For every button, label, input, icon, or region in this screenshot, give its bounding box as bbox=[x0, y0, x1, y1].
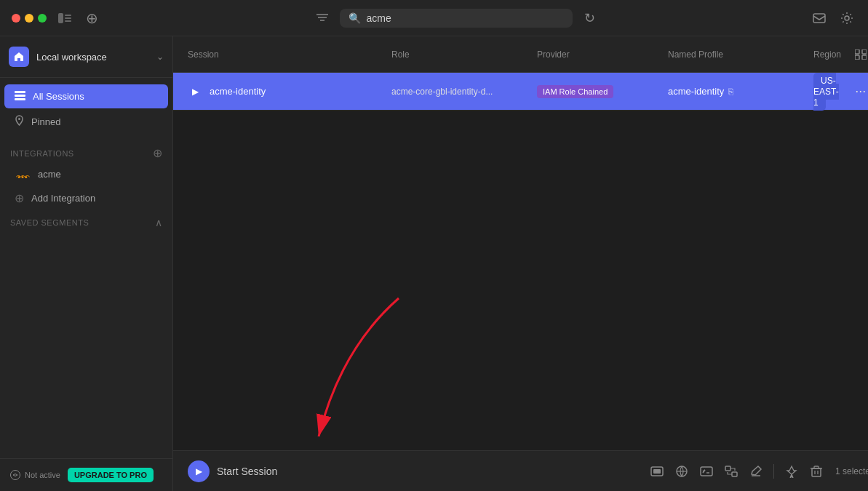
workspace-header[interactable]: Local workspace ⌄ bbox=[0, 36, 172, 78]
content-area: Session Role Provider Named Profile Regi… bbox=[173, 36, 868, 491]
svg-rect-14 bbox=[862, 49, 867, 54]
named-profile-cell: acme-identity ⎘ bbox=[668, 86, 813, 97]
svg-rect-7 bbox=[813, 14, 825, 23]
chevron-down-icon: ⌄ bbox=[156, 52, 164, 62]
search-bar: 🔍 bbox=[340, 9, 573, 28]
terminal-button[interactable] bbox=[696, 461, 717, 482]
more-actions-cell: ··· bbox=[846, 84, 868, 99]
sidebar-nav: All Sessions Pinned bbox=[0, 78, 172, 140]
pin-button[interactable] bbox=[781, 461, 802, 482]
workspace-name: Local workspace bbox=[36, 52, 149, 63]
svg-point-12 bbox=[18, 118, 20, 120]
titlebar: ⊕ 🔍 ↻ bbox=[0, 0, 868, 36]
svg-point-8 bbox=[845, 16, 849, 20]
sidebar-bottom: Not active UPGRADE TO PRO bbox=[0, 458, 172, 491]
sidebar-toggle-button[interactable] bbox=[55, 10, 74, 26]
svg-rect-24 bbox=[725, 466, 730, 471]
integration-name: acme bbox=[38, 169, 61, 180]
svg-rect-13 bbox=[855, 49, 859, 54]
col-header-actions bbox=[846, 49, 868, 60]
svg-rect-16 bbox=[862, 55, 867, 60]
copy-icon[interactable]: ⎘ bbox=[728, 87, 733, 97]
sidebar-item-pinned[interactable]: Pinned bbox=[4, 109, 168, 134]
svg-rect-11 bbox=[15, 98, 25, 100]
table-header: Session Role Provider Named Profile Regi… bbox=[173, 36, 868, 73]
traffic-lights bbox=[12, 14, 47, 23]
session-name: acme-identity bbox=[210, 86, 266, 97]
svg-rect-25 bbox=[732, 472, 737, 476]
session-cell: ▶ acme-identity bbox=[188, 84, 391, 99]
sidebar-item-all-sessions[interactable]: All Sessions bbox=[4, 84, 168, 108]
selected-count-label: 1 selected bbox=[835, 466, 868, 476]
add-integration-plus-icon: ⊕ bbox=[15, 191, 24, 205]
filter-button[interactable] bbox=[314, 11, 331, 25]
workspace-icon bbox=[9, 47, 29, 67]
start-session-play-button[interactable]: ▶ bbox=[188, 460, 210, 482]
sidebar: Local workspace ⌄ All Sessions bbox=[0, 36, 173, 491]
all-sessions-icon bbox=[15, 90, 25, 103]
provider-cell: IAM Role Chained bbox=[537, 85, 668, 98]
not-active-label: Not active bbox=[25, 471, 60, 479]
add-integration-item[interactable]: ⊕ Add Integration bbox=[4, 186, 168, 210]
add-integration-label: Add Integration bbox=[31, 193, 95, 204]
svg-rect-2 bbox=[65, 17, 71, 19]
integrations-section-header: Integrations ⊕ bbox=[0, 140, 172, 163]
add-integration-icon-button[interactable]: ⊕ bbox=[153, 146, 162, 160]
new-tab-button[interactable]: ⊕ bbox=[83, 7, 101, 30]
table-row[interactable]: ▶ acme-identity acme-core-gbl-identity-d… bbox=[173, 73, 868, 111]
start-session-label: Start Session bbox=[217, 466, 277, 477]
aws-logo-icon bbox=[15, 169, 31, 180]
col-header-named-profile: Named Profile bbox=[668, 49, 813, 60]
svg-rect-0 bbox=[58, 13, 63, 23]
action-divider bbox=[773, 464, 774, 479]
close-button[interactable] bbox=[12, 14, 20, 23]
delete-button[interactable] bbox=[806, 461, 827, 482]
region-badge: US-EAST-1 bbox=[813, 73, 839, 111]
col-header-session: Session bbox=[188, 49, 391, 60]
svg-rect-3 bbox=[65, 20, 71, 22]
maximize-button[interactable] bbox=[38, 14, 47, 23]
bottom-bar: ▶ Start Session bbox=[173, 450, 868, 491]
svg-rect-22 bbox=[701, 467, 712, 476]
web-console-button[interactable] bbox=[672, 461, 692, 482]
col-header-region: Region bbox=[813, 49, 846, 60]
saved-segments-header: Saved segments ∧ bbox=[0, 211, 172, 231]
not-active-status: Not active bbox=[10, 470, 60, 480]
upgrade-to-pro-button[interactable]: UPGRADE TO PRO bbox=[68, 468, 154, 482]
search-input[interactable] bbox=[367, 12, 564, 24]
table-body: ▶ acme-identity acme-core-gbl-identity-d… bbox=[173, 73, 868, 450]
all-sessions-label: All Sessions bbox=[33, 91, 84, 102]
pinned-label: Pinned bbox=[31, 116, 60, 127]
status-dot-icon bbox=[10, 470, 20, 480]
provider-badge: IAM Role Chained bbox=[537, 85, 613, 98]
svg-rect-9 bbox=[15, 91, 25, 93]
refresh-button[interactable]: ↻ bbox=[581, 7, 598, 29]
minimize-button[interactable] bbox=[25, 14, 33, 23]
col-header-role: Role bbox=[391, 49, 537, 60]
svg-rect-19 bbox=[653, 469, 661, 474]
integration-acme[interactable]: acme bbox=[4, 164, 168, 185]
settings-button[interactable] bbox=[837, 9, 856, 28]
col-header-provider: Provider bbox=[537, 49, 668, 60]
saved-segments-collapse-icon[interactable]: ∧ bbox=[155, 217, 163, 228]
search-icon: 🔍 bbox=[349, 12, 361, 24]
bottom-actions bbox=[647, 461, 827, 482]
edit-button[interactable] bbox=[746, 461, 766, 482]
role-cell: acme-core-gbl-identity-d... bbox=[391, 87, 537, 97]
play-session-button[interactable]: ▶ bbox=[188, 84, 202, 99]
svg-rect-15 bbox=[855, 55, 859, 60]
notifications-button[interactable] bbox=[810, 9, 829, 28]
row-more-button[interactable]: ··· bbox=[852, 84, 868, 99]
saved-segments-label: Saved segments bbox=[10, 218, 89, 227]
region-cell: US-EAST-1 bbox=[813, 75, 846, 108]
pin-icon bbox=[15, 115, 24, 128]
svg-rect-1 bbox=[65, 15, 71, 16]
named-profile-value: acme-identity bbox=[668, 86, 724, 97]
switch-button[interactable] bbox=[721, 461, 741, 482]
integrations-label: Integrations bbox=[10, 149, 74, 158]
main-layout: Local workspace ⌄ All Sessions bbox=[0, 36, 868, 491]
open-action-button[interactable] bbox=[647, 461, 667, 482]
svg-rect-10 bbox=[15, 95, 25, 97]
svg-rect-27 bbox=[812, 468, 821, 476]
